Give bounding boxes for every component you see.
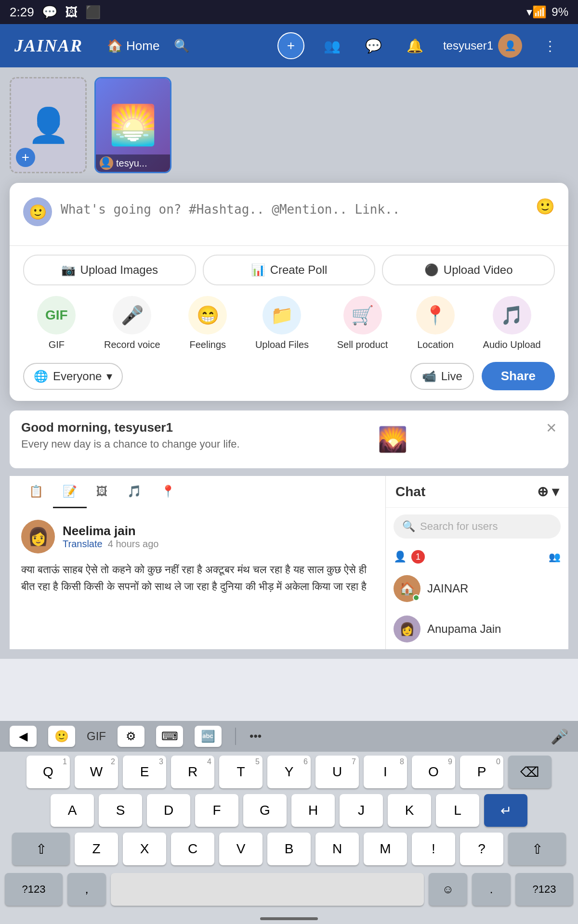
key-K[interactable]: K [388,794,431,827]
chat-expand-icon[interactable]: ⊕ ▾ [537,484,559,500]
key-A[interactable]: A [51,794,94,827]
audio-upload-button[interactable]: 🎵 Audio Upload [483,296,541,350]
key-Y[interactable]: 6Y [267,756,311,788]
post-translate[interactable]: Translate [63,539,103,549]
key-G[interactable]: G [243,794,287,827]
key-H[interactable]: H [291,794,335,827]
period-key[interactable]: . [472,873,511,906]
tab-location[interactable]: 📍 [151,476,185,508]
shift-key[interactable]: ⇧ [12,833,70,865]
post-timestamp: 4 hours ago [108,539,159,549]
upload-files-button[interactable]: 📁 Upload Files [255,296,309,350]
sticker-button[interactable]: 🙂 [48,726,75,747]
swipe-bar [0,910,578,924]
composer-avatar: 🙂 [23,197,52,226]
avatar: 👤 [498,34,522,58]
emoji-keyboard-key[interactable]: ☺ [429,873,467,906]
key-N[interactable]: N [315,833,359,865]
post-content: क्या बताऊं साहब ऐसे तो कहने को कुछ नहीं … [21,561,374,595]
sell-product-button[interactable]: 🛒 Sell product [337,296,388,350]
key-W[interactable]: 2W [75,756,118,788]
tab-photos[interactable]: 🖼 [87,476,118,508]
key-S[interactable]: S [99,794,142,827]
stories-row: 👤 + 🌅 👤 tesyu... [10,77,568,173]
shift-key-right[interactable]: ⇧ [508,833,566,865]
live-label: Live [441,370,462,383]
enter-key[interactable]: ↵ [484,794,527,827]
tab-music[interactable]: 🎵 [118,476,151,508]
menu-button[interactable]: ⋮ [537,32,564,59]
chat-user-item[interactable]: 🏠 JAINAR [386,568,568,609]
key-J[interactable]: J [340,794,383,827]
backspace-key[interactable]: ⌫ [508,756,552,788]
keyboard-row-2: A S D F G H J K L ↵ [5,794,573,827]
comma-key[interactable]: ， [67,873,106,906]
banner-close-button[interactable]: ✕ [546,420,557,436]
space-key[interactable] [111,873,424,906]
record-voice-button[interactable]: 🎤 Record voice [104,296,160,350]
mic-button[interactable]: 🎤 [551,728,568,745]
jainar-chat-avatar: 🏠 [394,575,420,602]
create-post-button[interactable]: + [277,32,304,59]
friends-nav[interactable]: 👥 [319,32,346,59]
chat-search-input[interactable]: 🔍 Search for users [394,514,561,539]
key-F[interactable]: F [195,794,238,827]
key-O[interactable]: 9O [412,756,455,788]
settings-keyboard-button[interactable]: ⚙ [118,726,144,747]
gif-keyboard-button[interactable]: GIF [87,730,106,743]
numbers-key-right[interactable]: ?123 [515,873,573,906]
emoji-button[interactable]: 🙂 [536,197,555,218]
globe-icon: 🌐 [34,370,48,383]
key-Z[interactable]: Z [75,833,118,865]
search-nav[interactable]: 🔍 [174,38,189,53]
location-button[interactable]: 📍 Location [416,296,455,350]
poll-icon: 📊 [251,263,265,277]
key-question[interactable]: ? [460,833,503,865]
key-B[interactable]: B [267,833,311,865]
key-X[interactable]: X [123,833,166,865]
key-exclaim[interactable]: ! [412,833,455,865]
user-profile-nav[interactable]: tesyuser1 👤 [443,34,522,58]
key-C[interactable]: C [171,833,214,865]
translate-keyboard-button[interactable]: 🔤 [195,726,222,747]
post-input[interactable] [61,197,527,236]
key-V[interactable]: V [219,833,263,865]
keyboard-back-button[interactable]: ◀ [10,726,37,747]
story-item[interactable]: 🌅 👤 tesyu... [94,77,171,173]
key-R[interactable]: 4R [171,756,214,788]
key-M[interactable]: M [364,833,407,865]
home-nav[interactable]: 🏠 Home [107,38,159,53]
gif-button[interactable]: GIF GIF [37,296,76,350]
key-L[interactable]: L [436,794,479,827]
feelings-button[interactable]: 😁 Feelings [188,296,227,350]
tab-timeline[interactable]: 📝 [53,476,87,508]
privacy-button[interactable]: 🌐 Everyone ▾ [23,363,123,390]
key-T[interactable]: 5T [219,756,263,788]
key-P[interactable]: 0P [460,756,503,788]
notifications-nav[interactable]: 🔔 [402,32,429,59]
live-button[interactable]: 📹 Live [410,363,474,390]
upload-video-button[interactable]: ⚫ Upload Video [382,255,555,285]
upload-images-button[interactable]: 📷 Upload Images [23,255,196,285]
bell-icon: 🔔 [407,38,423,54]
action-buttons-row: 📷 Upload Images 📊 Create Poll ⚫ Upload V… [23,255,555,285]
key-I[interactable]: 8I [364,756,407,788]
key-E[interactable]: 3E [123,756,166,788]
tab-all[interactable]: 📋 [19,476,53,508]
share-button[interactable]: Share [482,362,555,390]
location-icon: 📍 [416,296,455,334]
composer-bottom: 🌐 Everyone ▾ 📹 Live Share [23,362,555,390]
keyboard-type-button[interactable]: ⌨ [156,726,183,747]
key-U[interactable]: 7U [315,756,359,788]
chat-header: Chat ⊕ ▾ [386,476,568,508]
messages-nav[interactable]: 💬 [360,32,387,59]
more-button[interactable]: ••• [250,730,262,743]
numbers-key[interactable]: ?123 [5,873,63,906]
key-D[interactable]: D [147,794,190,827]
privacy-label: Everyone [53,370,102,383]
key-Q[interactable]: 1Q [26,756,70,788]
keyboard-row-3: ⇧ Z X C V B N M ! ? ⇧ [5,833,573,865]
chat-user-item-2[interactable]: 👩 Anupama Jain [386,609,568,649]
create-poll-button[interactable]: 📊 Create Poll [203,255,376,285]
add-story-button[interactable]: 👤 + [10,77,87,173]
